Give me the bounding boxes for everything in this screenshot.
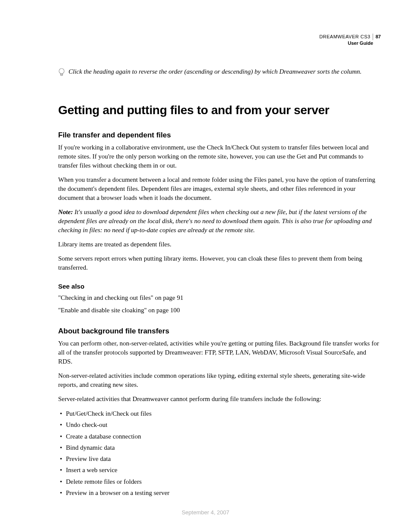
list-item: Create a database connection — [58, 432, 381, 442]
bullet-list: Put/Get/Check in/Check out files Undo ch… — [58, 409, 381, 498]
body-paragraph: Library items are treated as dependent f… — [58, 240, 381, 249]
section-heading-file-transfer: File transfer and dependent files — [58, 131, 381, 140]
list-item: Put/Get/Check in/Check out files — [58, 409, 381, 419]
note-label: Note: — [58, 208, 73, 215]
svg-point-0 — [59, 68, 64, 74]
list-item: Delete remote files or folders — [58, 477, 381, 487]
see-also-heading: See also — [58, 283, 381, 290]
body-paragraph: If you're working in a collaborative env… — [58, 143, 381, 170]
note-paragraph: Note: It's usually a good idea to downlo… — [58, 208, 381, 235]
footer-date: September 4, 2007 — [0, 509, 411, 516]
body-paragraph: You can perform other, non-server-relate… — [58, 339, 381, 366]
body-paragraph: Some servers report errors when putting … — [58, 254, 381, 272]
list-item: Insert a web service — [58, 465, 381, 475]
note-body: It's usually a good idea to download dep… — [58, 208, 372, 233]
header-page-number: 87 — [373, 34, 381, 40]
body-paragraph: Non-server-related activities include co… — [58, 371, 381, 389]
list-item: Undo check-out — [58, 420, 381, 430]
see-also-link[interactable]: "Checking in and checking out files" on … — [58, 293, 381, 302]
tip-text: Click the heading again to reverse the o… — [68, 67, 361, 76]
list-item: Preview in a browser on a testing server — [58, 488, 381, 498]
main-heading: Getting and putting files to and from yo… — [58, 103, 381, 117]
body-paragraph: When you transfer a document between a l… — [58, 175, 381, 202]
section-heading-background-transfers: About background file transfers — [58, 327, 381, 336]
header-subtitle: User Guide — [319, 40, 381, 47]
list-item: Preview live data — [58, 454, 381, 464]
header-product: DREAMWEAVER CS3 — [319, 34, 371, 40]
tip-callout: Click the heading again to reverse the o… — [58, 67, 381, 78]
see-also-link[interactable]: "Enable and disable site cloaking" on pa… — [58, 306, 381, 315]
list-item: Bind dynamic data — [58, 443, 381, 453]
body-paragraph: Server-related activities that Dreamweav… — [58, 395, 381, 404]
page-header: DREAMWEAVER CS3 87 User Guide — [319, 34, 381, 47]
lightbulb-icon — [58, 68, 65, 78]
